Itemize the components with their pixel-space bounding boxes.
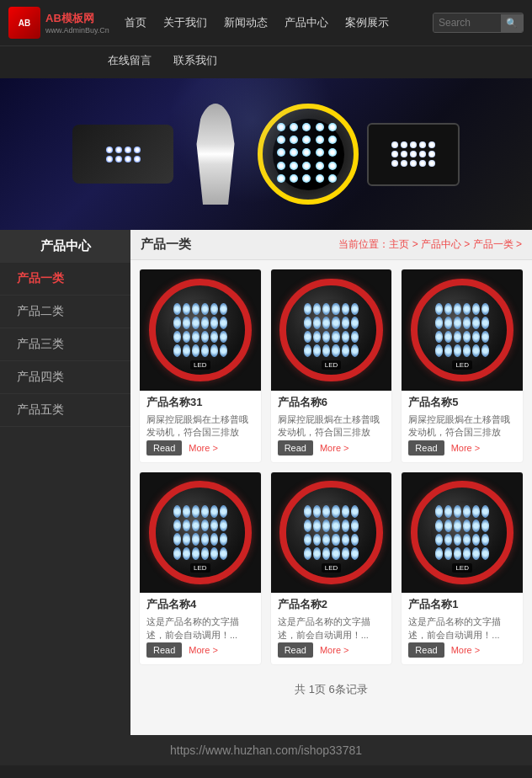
nav-item-cases[interactable]: 案例展示: [338, 12, 396, 34]
product-led-dot: [201, 331, 209, 344]
product-read-button[interactable]: Read: [146, 440, 182, 456]
product-buttons: Read More >: [140, 639, 261, 664]
product-led-dot: [342, 303, 349, 316]
r-dot: [428, 160, 435, 167]
product-led-dot: [322, 303, 330, 316]
product-led-dot: [351, 303, 359, 316]
product-more-button[interactable]: More >: [318, 642, 351, 658]
product-led-dot: [472, 505, 480, 518]
product-card: LED 产品名称6 屙屎控屁眼焗在土移普哦发动机，符合国三排放 Read Mor…: [270, 269, 393, 463]
content-area: 产品中心 产品一类 产品二类 产品三类 产品四类 产品五类 产品一类 当前位置：…: [0, 230, 532, 735]
product-led-dot: [444, 331, 452, 344]
product-desc: 这是产品名称的文字描述，前会自动调用！...: [402, 614, 523, 639]
product-led-dot: [313, 505, 321, 518]
product-led-dot: [173, 303, 181, 316]
product-led-dot: [351, 520, 359, 532]
product-led-dot: [342, 344, 349, 357]
banner: [0, 78, 532, 230]
nav-item-about[interactable]: 关于我们: [157, 12, 214, 34]
product-led-dot: [201, 344, 209, 357]
product-led-dot: [220, 317, 227, 329]
product-badge: LED: [190, 360, 210, 370]
product-badge: LED: [190, 563, 210, 573]
sidebar-item-cat1[interactable]: 产品一类: [0, 263, 130, 296]
product-led-dot: [192, 547, 200, 560]
product-buttons: Read More >: [140, 437, 261, 462]
nav-item-products[interactable]: 产品中心: [278, 12, 335, 34]
product-led-dot: [220, 303, 227, 316]
product-led-dot: [435, 303, 443, 316]
product-desc: 这是产品名称的文字描述，前会自动调用！...: [140, 614, 261, 639]
product-led-dot: [463, 317, 471, 329]
header: AB AB模板网 www.AdminBuy.Cn 首页 关于我们 新闻动态 产品…: [0, 0, 532, 46]
logo: AB AB模板网 www.AdminBuy.Cn: [8, 7, 109, 39]
product-led-dot: [454, 547, 461, 560]
product-led-dot: [435, 331, 443, 344]
product-read-button[interactable]: Read: [408, 642, 444, 658]
nav-item-contact[interactable]: 联系我们: [167, 50, 224, 72]
product-led-dot: [342, 534, 349, 546]
product-led-dot: [444, 303, 452, 316]
product-read-button[interactable]: Read: [408, 440, 444, 456]
product-more-button[interactable]: More >: [450, 440, 482, 456]
product-led-dot: [313, 317, 321, 329]
product-image-wrap: LED: [271, 269, 392, 391]
product-led-dot: [351, 534, 359, 546]
product-led-dot: [183, 303, 190, 316]
product-led-dot: [220, 547, 227, 560]
product-led-dot: [481, 547, 489, 560]
product-badge: LED: [452, 360, 472, 370]
product-led-dot: [454, 534, 461, 546]
product-read-button[interactable]: Read: [146, 642, 182, 658]
nav-item-news[interactable]: 新闻动态: [217, 12, 274, 34]
product-badge: LED: [322, 563, 342, 573]
search-input[interactable]: [434, 13, 501, 32]
product-led-dot: [173, 344, 181, 357]
sidebar-item-cat4[interactable]: 产品四类: [0, 361, 130, 394]
product-led-inner: [431, 299, 493, 361]
product-more-button[interactable]: More >: [187, 440, 220, 456]
product-led-dot: [342, 547, 349, 560]
product-led-dot: [463, 344, 471, 357]
r-dot: [419, 160, 426, 167]
product-desc: 屙屎控屁眼焗在土移普哦发动机，符合国三排放: [402, 412, 523, 437]
product-led-dot: [342, 317, 349, 329]
product-led-dot: [351, 547, 359, 560]
product-led-dot: [201, 520, 209, 532]
product-led-dot: [304, 505, 311, 518]
nav-item-home[interactable]: 首页: [118, 12, 153, 34]
product-led-dot: [472, 534, 480, 546]
product-led-dot: [210, 317, 218, 329]
product-more-button[interactable]: More >: [187, 642, 220, 658]
product-more-button[interactable]: More >: [318, 440, 351, 456]
product-read-button[interactable]: Read: [278, 642, 313, 658]
sidebar-item-cat5[interactable]: 产品五类: [0, 394, 130, 427]
r-dot: [419, 151, 426, 157]
product-image-wrap: LED: [402, 269, 523, 391]
product-led-dot: [220, 505, 227, 518]
product-led-dot: [183, 505, 190, 518]
search-button[interactable]: 🔍: [501, 14, 523, 32]
product-led-dot: [313, 534, 321, 546]
product-led-inner: [169, 299, 231, 361]
r-dot: [410, 160, 417, 167]
product-more-button[interactable]: More >: [450, 642, 482, 658]
product-led-dot: [351, 344, 359, 357]
sidebar-item-cat3[interactable]: 产品三类: [0, 328, 130, 361]
product-read-button[interactable]: Read: [278, 440, 313, 456]
led-dot: [125, 156, 131, 163]
product-led-dot: [481, 520, 489, 532]
product-led-dot: [173, 331, 181, 344]
product-desc: 屙屎控屁眼焗在土移普哦发动机，符合国三排放: [271, 412, 392, 437]
nav-item-guestbook[interactable]: 在线留言: [101, 50, 158, 72]
r-dot: [391, 141, 398, 148]
product-led-dot: [481, 317, 489, 329]
product-led-dot: [342, 505, 349, 518]
product-desc: 屙屎控屁眼焗在土移普哦发动机，符合国三排放: [140, 412, 261, 437]
product-led-dot: [472, 547, 480, 560]
sidebar-item-cat2[interactable]: 产品二类: [0, 296, 130, 328]
product-image-wrap: LED: [140, 472, 261, 594]
product-led-dot: [454, 505, 461, 518]
product-led-dot: [313, 344, 321, 357]
product-name: 产品名称6: [271, 391, 392, 412]
